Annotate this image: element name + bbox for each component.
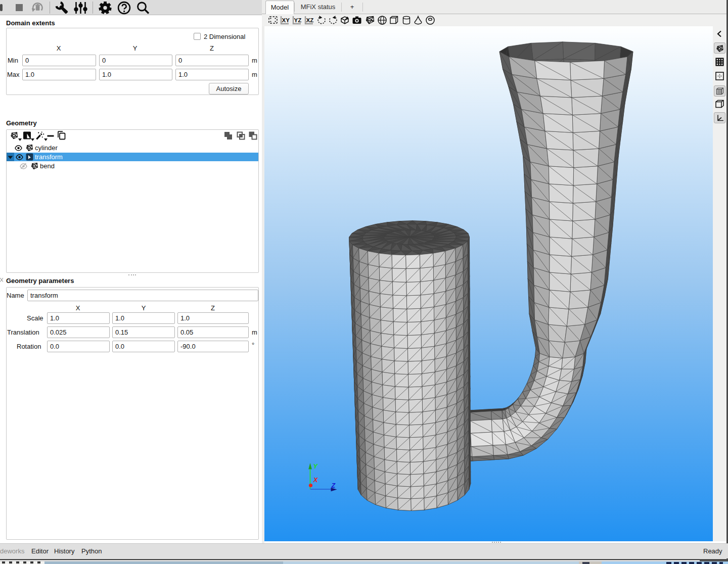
svg-text:YZ: YZ: [294, 17, 302, 23]
svg-text:X: X: [313, 477, 318, 484]
svg-text:XY: XY: [282, 17, 290, 23]
svg-text:XZ: XZ: [306, 17, 314, 23]
svg-text:Z: Z: [331, 482, 336, 489]
svg-text:Y: Y: [313, 463, 318, 470]
